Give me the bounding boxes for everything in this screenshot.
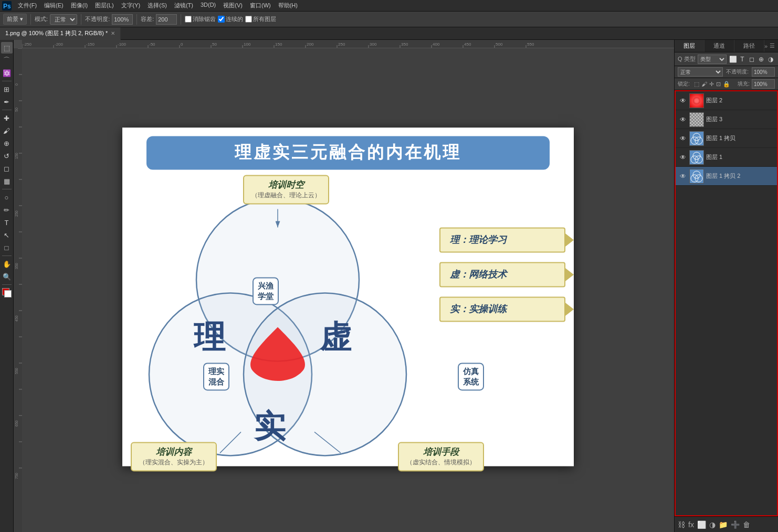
new-layer-icon[interactable]: ➕ [731,520,740,529]
tool-preset-picker[interactable]: 前景 ▾ [3,14,27,25]
right-label-shi: 实：实操训练 [439,296,565,322]
tool-magic-wand[interactable]: 🔯 [1,67,13,79]
layer-mask-icon[interactable]: ⬜ [697,520,706,529]
fill-input[interactable] [752,79,775,89]
delete-layer-icon[interactable]: 🗑 [743,520,750,529]
filter-type-select[interactable]: 类型 [698,55,727,64]
bottom-left-desc-box: 培训内容 （理实混合、实操为主） [131,442,217,471]
tool-healing[interactable]: ✚ [1,112,13,124]
tool-name: 前景 [7,16,18,22]
lock-position-icon[interactable]: ✛ [709,81,714,88]
tool-gradient[interactable]: ▦ [1,175,13,187]
layer-item-1copy2[interactable]: 👁 图层 1 拷贝 2 [676,167,777,186]
tool-separator-5 [2,284,12,285]
filter-adjustment-icon[interactable]: ◑ [766,56,775,63]
panel-menu-icon[interactable]: ☰ [770,42,775,49]
tool-lasso[interactable]: ⌒ [1,55,13,66]
svg-text:-150: -150 [86,42,95,47]
layer-style-icon[interactable]: fx [688,520,694,529]
layer-item-3[interactable]: 👁 图层 3 [676,110,777,129]
menu-text[interactable]: 文字(Y) [118,1,144,10]
separator-2 [81,14,81,25]
lock-artboard-icon[interactable]: ⊡ [716,81,721,88]
menu-filter[interactable]: 滤镜(T) [171,1,196,10]
menu-view[interactable]: 视图(V) [220,1,246,10]
panel-tab-layers[interactable]: 图层 [675,40,705,52]
lock-all-icon[interactable]: 🔒 [723,81,730,88]
svg-text:-250: -250 [23,42,32,47]
layer-visibility-3[interactable]: 👁 [679,115,687,124]
layer-visibility-1[interactable]: 👁 [679,153,687,162]
lock-transparent-icon[interactable]: ⬚ [694,81,699,88]
svg-text:-50: -50 [149,42,155,47]
svg-text:300: 300 [370,42,377,47]
filter-icons: ⬜ T ◻ ⊕ ◑ [729,56,775,63]
blend-mode-dropdown[interactable]: 正常 [678,67,723,77]
anti-alias-label: 消除锯齿 [193,15,216,23]
layer-item-1copy[interactable]: 👁 图层 1 拷贝 [676,129,777,148]
document-canvas[interactable]: 理虚实三元融合的内在机理 培训时空 （理虚融合、理论上云） [122,127,574,466]
adjustment-layer-icon[interactable]: ◑ [709,520,716,529]
layer-thumbnail-1 [689,150,704,165]
panel-tab-channels[interactable]: 通道 [705,40,734,52]
tool-marquee[interactable]: ⬚ [1,42,13,54]
group-layers-icon[interactable]: 📁 [719,520,728,529]
layer-thumbnail-2 [689,93,704,108]
tool-shape[interactable]: □ [1,242,13,253]
menu-edit[interactable]: 编辑(E) [41,1,67,10]
filter-smart-icon[interactable]: ⊕ [757,56,765,63]
tool-pen[interactable]: ✏ [1,204,13,216]
tool-history-brush[interactable]: ↺ [1,150,13,162]
separator-4 [181,14,181,25]
layer-item-2[interactable]: 👁 图层 2 [676,91,777,110]
menu-layer[interactable]: 图层(L) [92,1,117,10]
contiguous-checkbox[interactable] [218,16,225,23]
svg-text:理: 理 [193,320,226,355]
filter-shape-icon[interactable]: ◻ [748,56,756,63]
tolerance-input[interactable] [156,14,177,25]
all-layers-checkbox[interactable] [245,16,252,23]
tool-path-select[interactable]: ↖ [1,229,13,241]
layer-visibility-1copy2[interactable]: 👁 [679,172,687,180]
foreground-color[interactable] [1,287,13,299]
filter-pixel-icon[interactable]: ⬜ [729,56,737,63]
layer-name-2: 图层 2 [706,97,774,104]
diagram-title: 理虚实三元融合的内在机理 [157,141,539,164]
fill-label: 填充: [738,80,750,88]
menu-help[interactable]: 帮助(H) [275,1,301,10]
menu-select[interactable]: 选择(S) [144,1,170,10]
svg-text:450: 450 [15,315,18,322]
panel-tab-paths[interactable]: 路径 [734,40,764,52]
tool-crop[interactable]: ⊞ [1,83,13,95]
intersection-label-fangzhen: 仿真系统 [458,363,484,390]
options-bar: 前景 ▾ 模式: 正常 不透明度: 容差: 消除锯齿 连续的 所有图层 [0,12,778,27]
lock-pixels-icon[interactable]: 🖌 [701,81,707,88]
tool-text[interactable]: T [1,217,13,228]
tool-eyedropper[interactable]: ✒ [1,96,13,108]
menu-window[interactable]: 窗口(W) [247,1,274,10]
tool-brush[interactable]: 🖌 [1,125,13,136]
lock-row: 锁定: ⬚ 🖌 ✛ ⊡ 🔒 填充: [675,78,778,90]
menu-image[interactable]: 图像(I) [68,1,91,10]
document-tab[interactable]: 1.png @ 100% (图层 1 拷贝 2, RGB/8) * ✕ [0,27,121,40]
tool-hand[interactable]: ✋ [1,258,13,270]
anti-alias-checkbox[interactable] [185,16,192,23]
svg-text:550: 550 [15,368,18,374]
opacity-row-input[interactable] [752,67,775,77]
layer-visibility-2[interactable]: 👁 [679,97,687,105]
tool-stamp[interactable]: ⊕ [1,137,13,149]
layer-item-1[interactable]: 👁 图层 1 [676,148,777,167]
panel-expand-icon[interactable]: » [764,43,768,49]
filter-text-icon[interactable]: T [738,56,747,63]
document-tab-close[interactable]: ✕ [111,30,115,36]
diagram-container: 理虚实三元融合的内在机理 培训时空 （理虚融合、理论上云） [122,127,574,466]
layer-visibility-1copy[interactable]: 👁 [679,134,687,143]
menu-file[interactable]: 文件(F) [15,1,40,10]
link-layers-icon[interactable]: ⛓ [678,520,685,529]
tool-zoom[interactable]: 🔍 [1,271,13,282]
tool-dodge[interactable]: ○ [1,191,13,203]
opacity-input[interactable] [112,14,133,25]
blend-mode-select[interactable]: 正常 [50,14,77,25]
menu-3d[interactable]: 3D(D) [197,1,219,10]
tool-eraser[interactable]: ◻ [1,163,13,174]
